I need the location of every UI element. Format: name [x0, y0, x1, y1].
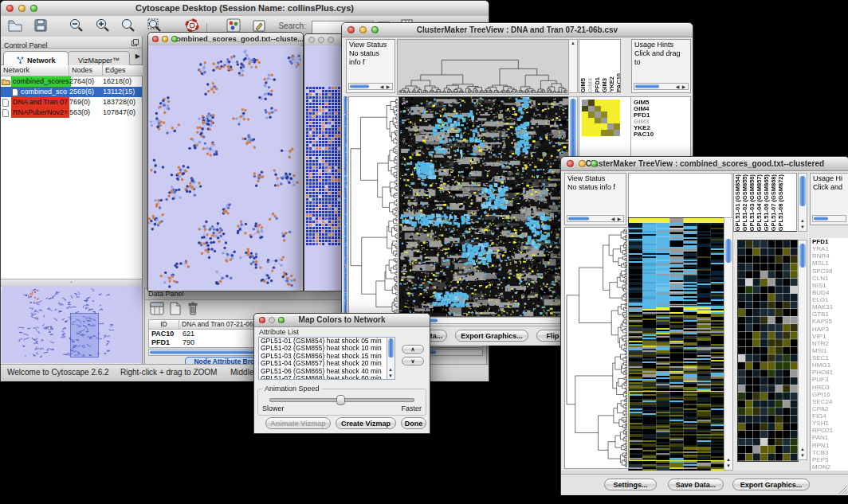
main-titlebar[interactable]: Cytoscape Desktop (Session Name: collins…	[1, 1, 489, 17]
vlab-item[interactable]: GPL51-01 (GSM854)	[734, 174, 741, 231]
vlab-item[interactable]: GIM3	[601, 78, 608, 92]
vlab-item[interactable]: PAC10	[615, 73, 621, 92]
gene-item[interactable]: SPC98	[812, 268, 848, 275]
vlab-item[interactable]: GIM4	[587, 78, 594, 92]
mini-heatmap-cell[interactable]	[595, 123, 601, 130]
mini-heatmap-cell[interactable]	[614, 123, 620, 130]
minimize-button[interactable]	[318, 37, 324, 43]
mini-heatmap-cell[interactable]	[588, 130, 595, 136]
move-down-button[interactable]: ∨	[402, 357, 424, 365]
col-network[interactable]: Network	[1, 65, 69, 76]
gene-item[interactable]: YSH1	[812, 420, 848, 427]
save-session-icon[interactable]	[33, 18, 49, 33]
tv1-row-dendrogram[interactable]	[348, 96, 399, 317]
close-button[interactable]	[567, 160, 574, 167]
mini-heatmap-cell[interactable]	[601, 111, 607, 118]
mini-heatmap-cell[interactable]	[588, 100, 595, 106]
mini-heatmap-cell[interactable]	[607, 106, 614, 112]
minimize-button[interactable]	[18, 5, 26, 12]
tv1-mini-heatmap[interactable]	[582, 100, 620, 136]
mini-heatmap-cell[interactable]	[601, 100, 607, 106]
gene-item[interactable]: BUD4	[812, 289, 848, 296]
col-edges[interactable]: Edges	[103, 65, 143, 76]
gene-item[interactable]: PEP5	[812, 456, 848, 463]
tab-vizmapper[interactable]: VizMapper™	[68, 51, 130, 65]
tv1-column-labels[interactable]: GIM5GIM4PFD1GIM3YKE2PAC10	[579, 39, 621, 93]
mini-heatmap-cell[interactable]	[614, 111, 620, 118]
gene-item[interactable]: PFD1	[812, 238, 848, 245]
gene-item[interactable]: PHO81	[812, 369, 848, 376]
gene-item[interactable]: RPN1	[812, 442, 848, 449]
tv2-collabel-scroll[interactable]	[798, 173, 807, 232]
gene-item[interactable]: PAN1	[812, 434, 848, 441]
network-view-2-titlebar[interactable]	[304, 34, 342, 46]
tv1-column-dendrogram[interactable]	[397, 39, 569, 95]
gene-item[interactable]: MSI1	[812, 347, 848, 354]
tab-network[interactable]: Network	[3, 51, 69, 65]
close-button[interactable]	[152, 36, 159, 42]
speed-slider-thumb[interactable]	[336, 395, 345, 405]
mini-heatmap-cell[interactable]	[595, 100, 601, 106]
dialog-titlebar[interactable]: Map Colors to Network	[254, 314, 430, 327]
create-vizmap-button[interactable]: Create Vizmap	[336, 417, 396, 429]
rowlab-item[interactable]: PAC10	[634, 131, 654, 138]
network-row-rnapuber[interactable]: RNAPuberNov2+ 563(0) 107847(0)	[1, 107, 142, 118]
mini-heatmap-cell[interactable]	[588, 123, 595, 130]
close-button[interactable]	[308, 37, 315, 43]
mini-heatmap-cell[interactable]	[595, 111, 601, 118]
tv1-heatmap[interactable]	[398, 96, 569, 317]
mini-heatmap-cell[interactable]	[588, 118, 595, 124]
gene-item[interactable]: SEC1	[812, 354, 848, 361]
mini-heatmap-cell[interactable]	[614, 118, 620, 124]
open-session-icon[interactable]	[7, 18, 23, 33]
vlab-item[interactable]: GPL51-03 (GSM856)	[748, 174, 756, 231]
minimize-button[interactable]	[269, 317, 275, 323]
tv2-zoom-vscroll[interactable]	[798, 240, 807, 460]
zoom-window-button[interactable]	[278, 317, 285, 323]
gene-item[interactable]: GPI16	[812, 391, 848, 398]
move-up-button[interactable]: ∧	[402, 345, 424, 354]
tv1-usage-scroll[interactable]	[634, 83, 689, 90]
float-panel-icon[interactable]	[132, 39, 139, 46]
tv2-column-tree-area[interactable]	[628, 173, 732, 217]
gene-item[interactable]: ELG1	[812, 296, 848, 303]
zoom-window-button[interactable]	[328, 37, 334, 43]
treeview2-titlebar[interactable]: ClusterMaker TreeView : combined_scores_…	[561, 157, 848, 171]
network-view-titlebar[interactable]: combined_scores_good.txt--cluste...	[148, 33, 303, 46]
minimize-button[interactable]	[359, 26, 367, 33]
mini-heatmap-cell[interactable]	[582, 106, 588, 112]
mini-heatmap-cell[interactable]	[607, 118, 614, 124]
minimize-button[interactable]	[579, 160, 586, 167]
gene-item[interactable]: PUF3	[812, 376, 848, 383]
zoom-fit-icon[interactable]	[147, 18, 163, 33]
help-ring-icon[interactable]	[184, 18, 200, 33]
tv2-heatmap-vscroll[interactable]	[724, 217, 733, 471]
mini-heatmap-cell[interactable]	[582, 130, 588, 136]
annotation-icon[interactable]	[251, 18, 267, 33]
gene-item[interactable]: MSL1	[812, 260, 848, 267]
birdseye-view[interactable]	[2, 286, 142, 363]
done-button[interactable]: Done	[401, 417, 426, 429]
tv1-status-scroll[interactable]	[348, 83, 393, 90]
tv2-heatmap[interactable]	[628, 217, 725, 472]
network-row-dna-tran[interactable]: DNA and Tran 07 769(0) 183728(0)	[1, 97, 142, 107]
mini-heatmap-cell[interactable]	[582, 118, 588, 124]
mini-heatmap-cell[interactable]	[607, 123, 614, 130]
mini-heatmap-cell[interactable]	[595, 130, 601, 136]
mini-heatmap-cell[interactable]	[607, 111, 614, 118]
gene-item[interactable]: NIS1	[812, 282, 848, 289]
zoom-window-button[interactable]	[30, 5, 37, 12]
network-row-combined-scores[interactable]: combined_scores 2764(0) 16218(0)	[1, 76, 142, 87]
gene-item[interactable]: MAK31	[812, 303, 848, 311]
mini-heatmap-cell[interactable]	[601, 130, 607, 136]
gene-item[interactable]: FIG4	[812, 412, 848, 420]
mini-heatmap-cell[interactable]	[614, 100, 620, 106]
gene-item[interactable]: HMG1	[812, 361, 848, 369]
vlab-item[interactable]: GPL51-04 (GSM857)	[756, 174, 763, 231]
gene-item[interactable]: KAP95	[812, 318, 848, 325]
tv1-global-strip[interactable]	[344, 96, 347, 315]
mini-heatmap-cell[interactable]	[601, 123, 607, 130]
gene-item[interactable]: YRA1	[812, 245, 848, 252]
zoom-selected-icon[interactable]	[120, 18, 136, 33]
tv1-export-graphics-button[interactable]: Export Graphics...	[455, 330, 528, 342]
